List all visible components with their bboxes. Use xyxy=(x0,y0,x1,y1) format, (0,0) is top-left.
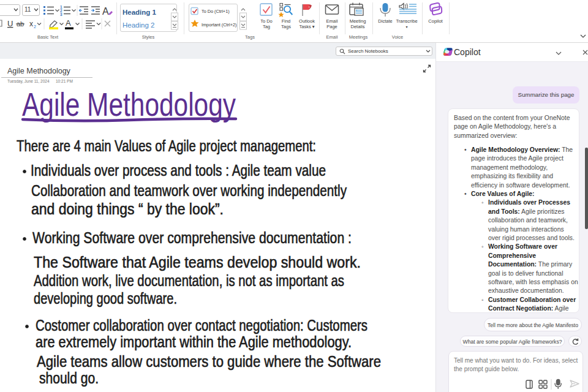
svg-text:A: A xyxy=(66,18,71,28)
svg-text:are extremely important within: are extremely important within the Agile… xyxy=(36,333,352,350)
svg-text:developing good software.: developing good software. xyxy=(34,290,177,307)
svg-text:Addition work, live documentat: Addition work, live documentation, is no… xyxy=(34,272,344,289)
svg-text:Working Software over comprehe: Working Software over comprehensive docu… xyxy=(32,229,352,246)
svg-text:Collaboration and teamwork ove: Collaboration and teamwork over working … xyxy=(31,182,347,199)
svg-text:U: U xyxy=(7,19,13,28)
svg-text:should go.: should go. xyxy=(39,369,99,386)
svg-text:The Software that Agile teams: The Software that Agile teams develop sh… xyxy=(34,254,361,271)
svg-text:Costomer collaboration over co: Costomer collaboration over contact nego… xyxy=(36,317,368,334)
svg-text:There are 4 main Values of Agi: There are 4 main Values of Agile project… xyxy=(17,137,316,154)
svg-text:and doing things “ by the look: and doing things “ by the look”. xyxy=(31,200,224,217)
svg-text:3: 3 xyxy=(60,12,62,17)
svg-text:2: 2 xyxy=(34,24,36,29)
svg-text:A: A xyxy=(102,6,109,17)
svg-text:Agile teams allow customers to: Agile teams allow customers to guide whe… xyxy=(37,353,381,370)
svg-text:Agile Methodology: Agile Methodology xyxy=(22,86,236,123)
svg-text:Individuals over process and t: Individuals over process and tools : Agi… xyxy=(31,162,326,179)
svg-text:x: x xyxy=(29,20,33,28)
